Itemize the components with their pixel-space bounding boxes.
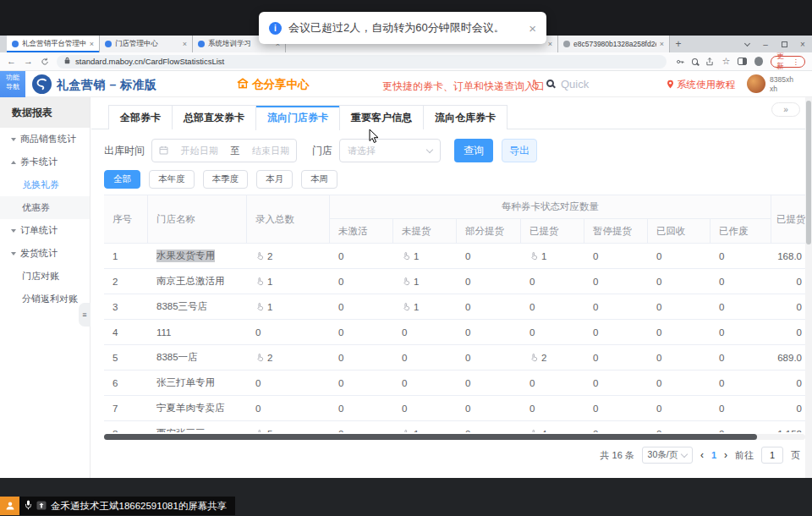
count-cell: 0	[710, 345, 771, 370]
store-select[interactable]: 请选择	[339, 139, 441, 162]
new-tab-button[interactable]: +	[670, 36, 687, 52]
sidebar-item-gift-voucher[interactable]: 兑换礼券	[0, 173, 90, 196]
scrollbar-thumb[interactable]	[104, 434, 757, 440]
vertical-scrollbar[interactable]	[805, 97, 812, 478]
count-link-cell[interactable]: 1	[247, 269, 330, 294]
count-cell: 0	[584, 269, 648, 294]
count-link-cell[interactable]: 1	[393, 294, 457, 319]
browser-tab[interactable]: 门店管理中心 ×	[100, 36, 193, 52]
tutorial-link[interactable]: 系统使用教程	[667, 79, 735, 91]
browser-tab-label: e8c573980b1328a258fd2e618	[573, 40, 656, 48]
row-index: 3	[104, 294, 148, 319]
filter-row: 出库时间 开始日期 至 结束日期 门店 请选择 查询 导出	[104, 139, 537, 162]
count-link-cell[interactable]: 1	[393, 421, 457, 432]
tab-all-cards[interactable]: 全部券卡	[108, 105, 173, 129]
tab-close-icon[interactable]: ×	[660, 40, 664, 48]
pagination: 共 16 条 30条/页 ‹ 1 › 前往 1 页	[601, 447, 800, 464]
count-cell: 0	[648, 371, 710, 395]
export-button[interactable]: 导出	[502, 139, 537, 162]
expand-button[interactable]: »	[771, 102, 800, 117]
back-icon[interactable]: ←	[7, 57, 16, 66]
next-page-button[interactable]: ›	[724, 449, 727, 461]
browser-tab[interactable]: e8c573980b1328a258fd2e618 ×	[558, 36, 670, 52]
tab-close-icon[interactable]: ×	[183, 40, 187, 48]
function-nav-button[interactable]: 功能导航	[0, 71, 25, 97]
minimize-button[interactable]: –	[756, 36, 775, 52]
warehouse-share-link[interactable]: 仓分享中心	[237, 77, 310, 92]
count-cell: 0	[247, 320, 330, 344]
count-cell: 0	[584, 320, 648, 344]
range-year[interactable]: 本年度	[149, 170, 195, 189]
count-cell: 0	[247, 371, 330, 395]
sidebar-item-store-reconcile[interactable]: 门店对账	[0, 265, 90, 288]
window-close-button[interactable]: ×	[793, 36, 812, 52]
sidebar-item-product-sales[interactable]: 商品销售统计	[0, 128, 90, 151]
count-cell: 0	[457, 244, 521, 268]
quick-search-label[interactable]: Quick	[561, 78, 589, 91]
pointing-hand-icon	[529, 78, 540, 93]
col-status-group: 每种券卡状态对应数量 未激活 未提货 部分提货 已提货 暂停提货 已回收 已作废	[330, 195, 771, 243]
range-all[interactable]: 全部	[104, 170, 140, 189]
refresh-icon[interactable]	[41, 54, 49, 69]
prev-page-button[interactable]: ‹	[700, 449, 704, 461]
tab-close-icon[interactable]: ×	[90, 40, 94, 48]
table-row: 58385一店20002000689.0	[104, 345, 805, 371]
zoom-icon[interactable]	[692, 58, 699, 65]
profile-icon[interactable]	[754, 57, 763, 66]
count-cell: 0	[330, 371, 393, 395]
chrome-update-button[interactable]: 更新⋮	[771, 56, 805, 68]
store-name-cell: 宁夏羊肉专卖店	[148, 396, 247, 420]
browser-tab-active[interactable]: 礼盒营销平台管理中心 ×	[7, 36, 100, 52]
count-cell: 0	[393, 396, 457, 420]
range-week[interactable]: 本周	[301, 170, 337, 189]
horizontal-scrollbar[interactable]	[104, 434, 805, 440]
count-link-cell[interactable]: 2	[247, 345, 330, 370]
count-cell: 0	[710, 269, 771, 294]
sidebar-item-order-stats[interactable]: 订单统计	[0, 219, 90, 242]
count-link-cell[interactable]: 2	[521, 345, 584, 370]
search-button[interactable]: 查询	[454, 139, 493, 162]
count-cell: 0	[584, 244, 648, 268]
caret-down-icon	[11, 229, 16, 233]
count-link-cell[interactable]: 1	[393, 269, 457, 294]
key-icon[interactable]	[676, 54, 684, 69]
tab-hq-direct-cards[interactable]: 总部直发券卡	[172, 105, 256, 129]
forward-icon[interactable]: →	[24, 57, 33, 66]
maximize-button[interactable]	[775, 36, 793, 52]
tab-close-icon[interactable]: ×	[548, 40, 552, 48]
toast-close-icon[interactable]: ×	[529, 21, 536, 36]
address-bar[interactable]: standard.maboy.cn/CardFlowStatisticsList	[57, 55, 667, 69]
tab-key-customer-info[interactable]: 重要客户信息	[339, 105, 424, 129]
count-cell: 0	[648, 396, 710, 420]
row-index: 4	[104, 320, 148, 344]
bookmark-star-icon[interactable]: ☆	[721, 56, 730, 67]
range-month[interactable]: 本月	[256, 170, 293, 189]
quick-search-icon[interactable]	[546, 80, 554, 87]
share-icon[interactable]	[705, 54, 714, 69]
date-to-label: 至	[230, 145, 239, 157]
page-size-select[interactable]: 30条/页	[642, 447, 693, 464]
goto-page-input[interactable]: 1	[761, 447, 783, 464]
range-quarter[interactable]: 本季度	[203, 170, 249, 189]
count-link-cell[interactable]: 5	[247, 421, 330, 432]
tab-store-flow-cards[interactable]: 流向门店券卡	[255, 105, 340, 130]
count-link-cell[interactable]: 1	[521, 244, 584, 268]
sidebar-item-rebate-reconcile[interactable]: 分销返利对账	[0, 288, 90, 310]
sidebar-item-card-stats[interactable]: 券卡统计	[0, 151, 90, 173]
tab-search-chevron-icon[interactable]	[738, 36, 756, 52]
current-page[interactable]: 1	[711, 450, 716, 460]
tab-warehouse-flow-cards[interactable]: 流向仓库券卡	[423, 105, 508, 129]
user-avatar[interactable]	[747, 74, 765, 93]
scrollbar-thumb[interactable]	[806, 101, 811, 244]
count-cell: 0	[710, 294, 771, 319]
sidebar-item-shipping-stats[interactable]: 发货统计	[0, 242, 90, 265]
sidebar-collapse-handle[interactable]: ≡	[79, 303, 91, 327]
sidebar-item-coupon[interactable]: 优惠券	[0, 196, 90, 219]
count-link-cell[interactable]: 1	[393, 244, 457, 268]
count-link-cell[interactable]: 1	[247, 294, 330, 319]
date-range-input[interactable]: 开始日期 至 结束日期	[151, 139, 297, 162]
count-link-cell[interactable]: 4	[521, 421, 584, 432]
count-link-cell[interactable]: 2	[247, 244, 330, 268]
pointer-icon	[255, 251, 265, 261]
side-panel-icon[interactable]	[738, 58, 746, 65]
